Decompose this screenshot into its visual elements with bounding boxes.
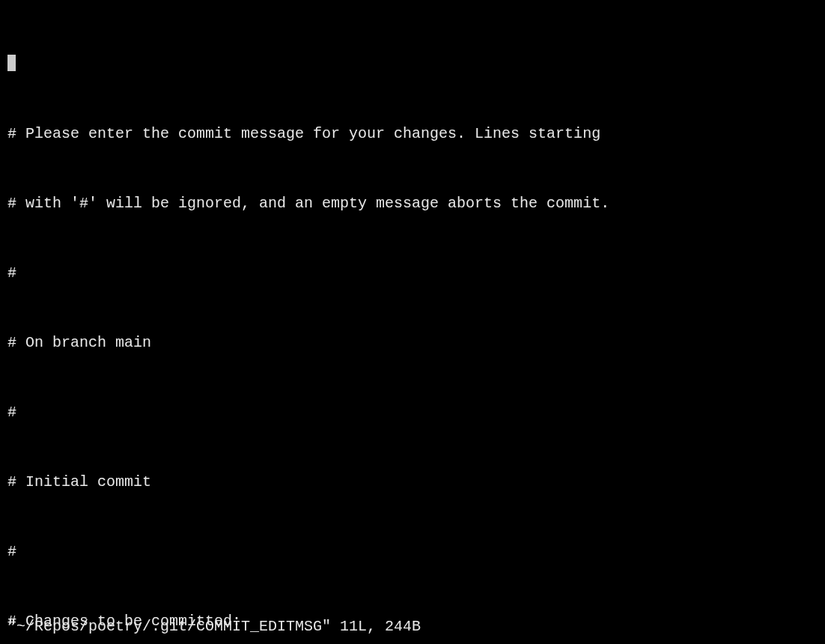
cursor-icon <box>7 55 16 71</box>
buffer-line[interactable]: # Please enter the commit message for yo… <box>7 122 818 145</box>
buffer-line[interactable]: # <box>7 540 818 563</box>
buffer-line[interactable]: # <box>7 401 818 424</box>
buffer-line[interactable]: # with '#' will be ignored, and an empty… <box>7 192 818 215</box>
buffer-line[interactable]: # On branch main <box>7 331 818 354</box>
vim-status-line: "~/Repos/poetry/.git/COMMIT_EDITMSG" 11L… <box>7 615 421 638</box>
buffer-line[interactable]: # <box>7 261 818 285</box>
vim-editor[interactable]: # Please enter the commit message for yo… <box>7 6 818 644</box>
cursor-line[interactable] <box>7 52 818 76</box>
buffer-line[interactable]: # Initial commit <box>7 470 818 493</box>
